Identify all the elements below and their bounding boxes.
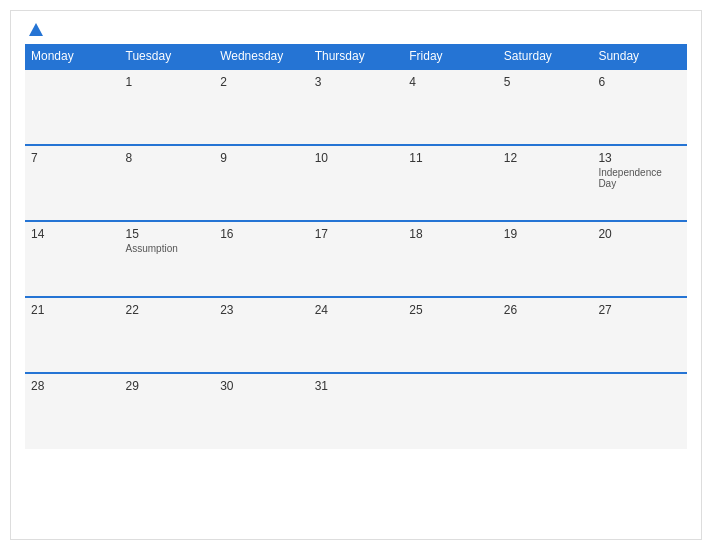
- calendar-week-row: 28293031: [25, 373, 687, 449]
- calendar-table: MondayTuesdayWednesdayThursdayFridaySatu…: [25, 44, 687, 449]
- weekday-header-tuesday: Tuesday: [120, 44, 215, 69]
- calendar-cell: 5: [498, 69, 593, 145]
- day-number: 31: [315, 379, 398, 393]
- day-number: 30: [220, 379, 303, 393]
- event-label: Assumption: [126, 243, 209, 254]
- weekday-header-row: MondayTuesdayWednesdayThursdayFridaySatu…: [25, 44, 687, 69]
- day-number: 26: [504, 303, 587, 317]
- day-number: 6: [598, 75, 681, 89]
- weekday-header-friday: Friday: [403, 44, 498, 69]
- calendar-cell: 10: [309, 145, 404, 221]
- calendar-week-row: 123456: [25, 69, 687, 145]
- calendar-header: [25, 21, 687, 36]
- day-number: 20: [598, 227, 681, 241]
- calendar-cell: 17: [309, 221, 404, 297]
- calendar-cell: 23: [214, 297, 309, 373]
- day-number: 28: [31, 379, 114, 393]
- day-number: 22: [126, 303, 209, 317]
- day-number: 1: [126, 75, 209, 89]
- event-label: Independence Day: [598, 167, 681, 189]
- day-number: 10: [315, 151, 398, 165]
- day-number: 9: [220, 151, 303, 165]
- logo-triangle-icon: [29, 23, 43, 36]
- calendar-cell: 30: [214, 373, 309, 449]
- day-number: 25: [409, 303, 492, 317]
- day-number: 15: [126, 227, 209, 241]
- calendar-cell: 13Independence Day: [592, 145, 687, 221]
- calendar-cell: 31: [309, 373, 404, 449]
- weekday-header-monday: Monday: [25, 44, 120, 69]
- day-number: 3: [315, 75, 398, 89]
- calendar-cell: 6: [592, 69, 687, 145]
- day-number: 4: [409, 75, 492, 89]
- weekday-header-saturday: Saturday: [498, 44, 593, 69]
- calendar-cell: 24: [309, 297, 404, 373]
- calendar-cell: 18: [403, 221, 498, 297]
- calendar-cell: 3: [309, 69, 404, 145]
- day-number: 12: [504, 151, 587, 165]
- calendar-cell: 1: [120, 69, 215, 145]
- day-number: 11: [409, 151, 492, 165]
- calendar-week-row: 1415Assumption1617181920: [25, 221, 687, 297]
- calendar-cell: [498, 373, 593, 449]
- day-number: 19: [504, 227, 587, 241]
- day-number: 18: [409, 227, 492, 241]
- calendar-cell: [403, 373, 498, 449]
- calendar-cell: 19: [498, 221, 593, 297]
- calendar-cell: 16: [214, 221, 309, 297]
- calendar-cell: 12: [498, 145, 593, 221]
- day-number: 7: [31, 151, 114, 165]
- calendar-week-row: 21222324252627: [25, 297, 687, 373]
- day-number: 17: [315, 227, 398, 241]
- day-number: 29: [126, 379, 209, 393]
- weekday-header-thursday: Thursday: [309, 44, 404, 69]
- calendar-cell: 15Assumption: [120, 221, 215, 297]
- logo: [25, 21, 43, 36]
- day-number: 23: [220, 303, 303, 317]
- day-number: 16: [220, 227, 303, 241]
- calendar-cell: 27: [592, 297, 687, 373]
- calendar-cell: 22: [120, 297, 215, 373]
- calendar-cell: 26: [498, 297, 593, 373]
- day-number: 5: [504, 75, 587, 89]
- day-number: 24: [315, 303, 398, 317]
- day-number: 13: [598, 151, 681, 165]
- calendar-container: MondayTuesdayWednesdayThursdayFridaySatu…: [10, 10, 702, 540]
- day-number: 27: [598, 303, 681, 317]
- calendar-cell: 28: [25, 373, 120, 449]
- calendar-cell: [25, 69, 120, 145]
- calendar-cell: 9: [214, 145, 309, 221]
- weekday-header-sunday: Sunday: [592, 44, 687, 69]
- day-number: 21: [31, 303, 114, 317]
- calendar-cell: 2: [214, 69, 309, 145]
- calendar-cell: 21: [25, 297, 120, 373]
- calendar-cell: [592, 373, 687, 449]
- calendar-cell: 8: [120, 145, 215, 221]
- calendar-cell: 7: [25, 145, 120, 221]
- calendar-cell: 25: [403, 297, 498, 373]
- day-number: 14: [31, 227, 114, 241]
- weekday-header-wednesday: Wednesday: [214, 44, 309, 69]
- calendar-cell: 4: [403, 69, 498, 145]
- day-number: 2: [220, 75, 303, 89]
- calendar-cell: 29: [120, 373, 215, 449]
- calendar-week-row: 78910111213Independence Day: [25, 145, 687, 221]
- calendar-cell: 14: [25, 221, 120, 297]
- calendar-cell: 11: [403, 145, 498, 221]
- day-number: 8: [126, 151, 209, 165]
- calendar-cell: 20: [592, 221, 687, 297]
